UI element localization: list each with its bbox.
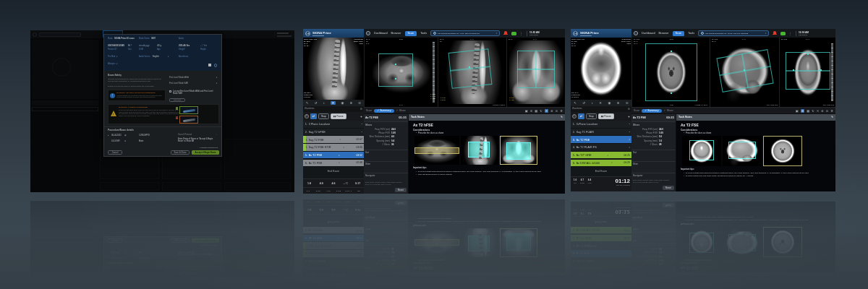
overflow-menu-icon[interactable]: ⋮ [520, 32, 524, 35]
protocol-row-3[interactable]: 3.Ax T2 FSE♪ [571, 136, 631, 144]
zoom-out-icon[interactable]: ⊖ [358, 101, 361, 105]
window-level-icon[interactable]: ◉ [341, 101, 344, 105]
gear-icon[interactable]: ⚙ [830, 109, 833, 113]
shim-section[interactable]: Shim [364, 161, 408, 167]
viewport-coronal[interactable]: Ex: 302 1 (A) Loc Angle 175 [779, 38, 835, 107]
nav-scan[interactable]: Scan [673, 31, 685, 36]
pan-icon[interactable]: ↖ [306, 101, 309, 105]
tab-show[interactable]: ✓ Show [664, 109, 673, 112]
zoom-out-icon[interactable]: ⊖ [826, 109, 829, 113]
grid-icon[interactable]: ▦ [807, 109, 809, 113]
axial-brain-thumbnail[interactable]: SIGNA Prime 1.5TEx: 302Se: 2Im: 14 WFS/S… [571, 38, 631, 100]
zoom-in-icon[interactable]: ⊕ [349, 101, 352, 105]
protocol-row-1[interactable]: 1.3 Plane Localizer◔ [303, 121, 364, 129]
zoom-out-icon[interactable]: ⊖ [626, 101, 629, 105]
rx-grid[interactable] [786, 52, 830, 90]
close-icon[interactable]: ✕ [817, 109, 820, 113]
rotate-icon[interactable]: ↻ [812, 109, 814, 113]
slices-section[interactable]: Slices [364, 121, 408, 127]
protocol-row-2[interactable]: 2.Sag T2 hFSE◔ [303, 129, 364, 137]
crosshair-icon[interactable]: ⌖ [591, 101, 593, 105]
grid-icon[interactable]: ▦ [535, 109, 537, 113]
viewport-coronal[interactable]: Ex: 2 1 (A) F 7.0sL 4.5s [506, 38, 565, 107]
protocol-row-2[interactable]: 2.Sag T1 FLAIR◔ [571, 129, 631, 137]
signal-icon[interactable]: ≋ [530, 109, 533, 113]
notification-pill[interactable]: iAuto Prescan successful. R1=8 TG=138 KF… [430, 30, 500, 37]
slices-section[interactable]: Slices [631, 121, 676, 127]
reset-button[interactable]: Reset [663, 186, 674, 190]
shim-section[interactable]: Shim [631, 161, 676, 167]
protocol-row-5[interactable]: 5.Ax T2 FSE♪03:52 [303, 152, 364, 160]
reset-button[interactable]: Reset [395, 188, 407, 192]
record-icon[interactable]: ⏻ [572, 114, 576, 118]
viewport-sagittal[interactable]: Ex: 2S/I 1 (A) F 7.0sF 2.0s 4 s 572 L 1 … [438, 38, 506, 107]
stop-button[interactable]: Stop [586, 113, 597, 119]
end-exam-button[interactable]: End Exam [303, 170, 364, 173]
nav-scan[interactable]: Scan [405, 31, 417, 36]
nav-dashboard[interactable]: Dashboard [374, 32, 388, 35]
overflow-menu-icon[interactable]: ⋮ [789, 32, 793, 35]
close-icon[interactable]: ✕ [545, 109, 549, 113]
camera-icon[interactable]: ▣ [525, 109, 528, 113]
nav-tools[interactable]: Tools [688, 32, 694, 35]
nav-browser[interactable]: Browser [391, 32, 401, 35]
rotate-icon[interactable]: ↺ [315, 101, 318, 105]
record-icon[interactable]: ⏻ [305, 114, 309, 118]
gear-icon[interactable]: ⚙ [560, 109, 563, 113]
close-icon[interactable]: ✕ [331, 101, 336, 105]
zoom-in-icon[interactable]: ⊕ [550, 109, 553, 113]
notification-pill[interactable]: iAuto Prescan successful. R1=12 TG=162 K… [698, 30, 769, 37]
viewport-axial[interactable]: Ex: 2S/IR: 2 S 85 F 7.0s F 2.0s L 4.5s P… [364, 38, 438, 107]
add-protocol-icon[interactable]: + [628, 114, 630, 118]
chat-icon[interactable] [780, 32, 786, 35]
rotate-icon[interactable]: ↻ [540, 109, 542, 113]
navigator-section[interactable]: Navigator [631, 173, 676, 178]
gear-icon[interactable]: ⚙ [360, 108, 362, 111]
pause-button[interactable]: ▮▮ Pause [598, 113, 614, 119]
crosshair-icon[interactable]: ⌖ [323, 101, 325, 105]
protocol-row-5[interactable]: 5.Ax T2* GRE♪00:25 [571, 152, 631, 160]
sagittal-spine-thumbnail[interactable]: SIGNA Prime 1.5TEx: 2287Se: 3Im: 11 A WF… [303, 38, 364, 100]
nav-browser[interactable]: Browser [659, 32, 669, 35]
edit-pencil-icon[interactable]: ✎ [831, 116, 833, 118]
navigator-section[interactable]: Navigator [364, 173, 408, 178]
viewport-sagittal[interactable]: Ex: 302Se: 5 1 (A) Loc Angle 175 [710, 38, 779, 107]
search-input[interactable] [39, 33, 81, 37]
tab-scan[interactable]: Scan [634, 109, 639, 112]
rotate-icon[interactable]: ↺ [582, 101, 585, 105]
signal-icon[interactable]: ≋ [801, 109, 805, 113]
protocol-row-6[interactable]: 6.Ax T1 FSE♪02:08 [303, 160, 364, 168]
protocol-row-6[interactable]: 6.Ax DWI ALL b1000♪00:29 [571, 160, 631, 168]
gear-icon[interactable]: ⚙ [628, 108, 630, 111]
tab-scan[interactable]: Scan [366, 109, 372, 112]
pan-icon[interactable]: ↖ [574, 101, 576, 105]
tab-summary[interactable]: ✓ Summary [374, 109, 393, 113]
protocol-row-1[interactable]: 1.3-Plane Localizer◔ [571, 121, 631, 129]
alerts-bell-icon[interactable] [503, 31, 508, 35]
viewport-axial[interactable]: Ex: 302Se: 5Im: 1 S 88 P 30 4 s 525 L 1 … [631, 38, 710, 107]
protocol-row-3[interactable]: 3.Sag T2 FSE♪02:07 [303, 136, 364, 144]
tab-summary[interactable]: ✓ Summary [642, 109, 661, 113]
camera-icon[interactable]: ▣ [796, 109, 799, 113]
add-protocol-icon[interactable]: + [360, 114, 362, 118]
sync-icon[interactable]: ⇄ [310, 113, 317, 119]
sat-section[interactable]: Sat [364, 150, 408, 155]
sat-section[interactable]: Sat [631, 150, 676, 155]
nav-tools[interactable]: Tools [420, 32, 427, 35]
nav-dashboard[interactable]: Dashboard [642, 32, 655, 35]
protocol-row-4[interactable]: 4.Sag T2 FSE STIR♪03:26 [303, 144, 364, 152]
sync-icon[interactable]: ⇄ [578, 113, 584, 119]
protocol-row-4[interactable]: 4.Ax T2 FLAIR FS♪ [571, 144, 631, 152]
chat-icon[interactable] [511, 32, 516, 35]
stop-button[interactable]: Stop [318, 113, 329, 119]
rx-box[interactable] [378, 53, 413, 87]
end-exam-button[interactable]: End Exam [571, 170, 631, 173]
alerts-bell-icon[interactable] [773, 31, 777, 35]
edit-pencil-icon[interactable]: ✎ [561, 116, 563, 118]
tab-show[interactable]: ✓ Show [396, 109, 406, 112]
close-icon[interactable]: ✕ [599, 101, 602, 105]
window-level-icon[interactable]: ◉ [608, 101, 611, 105]
rx-grid[interactable] [448, 48, 493, 89]
zoom-out-icon[interactable]: ⊖ [556, 109, 558, 113]
rx-grid[interactable] [517, 51, 555, 88]
